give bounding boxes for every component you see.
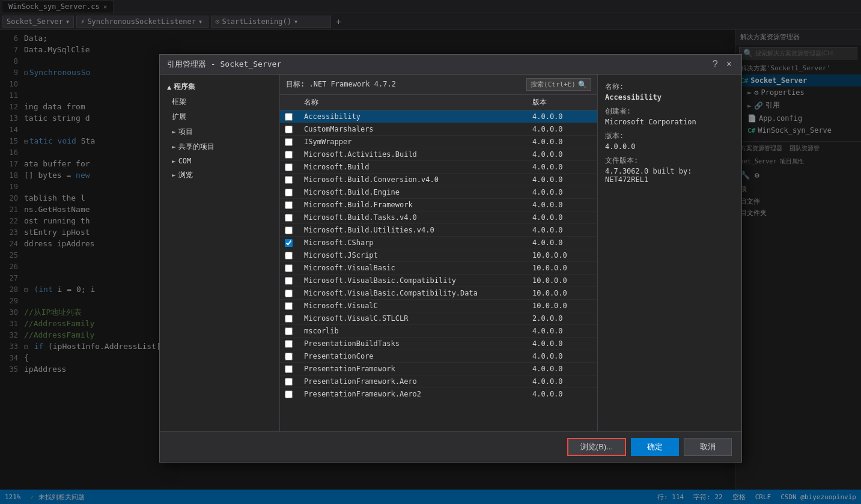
info-creator-label: 创建者: — [605, 106, 734, 117]
ref-check-vb-compat[interactable] — [285, 277, 293, 285]
ref-check-pf-aero[interactable] — [285, 378, 293, 386]
reference-list[interactable]: Accessibility 4.0.0.0 CustomMarshalers 4… — [280, 111, 597, 399]
ref-check-custommarshalers[interactable] — [285, 126, 293, 133]
project-arrow-icon: ► — [172, 128, 176, 136]
ref-row-visualc-stlclr[interactable]: Microsoft.VisualC.STLCLR 2.0.0.0 — [280, 312, 597, 325]
shared-arrow-icon: ► — [172, 143, 176, 151]
ref-row-pf-aero2[interactable]: PresentationFramework.Aero2 4.0.0.0 — [280, 388, 597, 399]
reference-manager-dialog: 引用管理器 - Socket_Server ? × ▲ 程序集 框架 扩展 — [159, 54, 742, 463]
shared-label: 共享的项目 — [178, 142, 214, 152]
ref-check-visualc[interactable] — [285, 302, 293, 310]
dialog-title-buttons: ? × — [710, 58, 734, 70]
ok-button[interactable]: 确定 — [631, 438, 679, 456]
ref-row-csharp[interactable]: Microsoft.CSharp 4.0.0.0 — [280, 237, 597, 249]
info-file-version-label: 文件版本: — [605, 156, 734, 166]
ref-check-ms-build[interactable] — [285, 163, 293, 171]
ref-check-build-framework[interactable] — [285, 201, 293, 209]
ref-check-mscorlib[interactable] — [285, 327, 293, 335]
name-col-header: 名称 — [304, 97, 532, 108]
cancel-button[interactable]: 取消 — [684, 438, 732, 456]
info-file-version-value: 4.7.3062.0 built by: NET472REL1 — [605, 167, 734, 184]
ref-row-pc[interactable]: PresentationCore 4.0.0.0 — [280, 350, 597, 363]
ref-check-pf[interactable] — [285, 365, 293, 373]
info-name-value: Accessibility — [605, 93, 734, 102]
ref-check-pbt[interactable] — [285, 340, 293, 348]
tree-panel: ▲ 程序集 框架 扩展 ► 项目 ► 共享的项目 ► — [160, 74, 280, 431]
ref-row-build-tasks[interactable]: Microsoft.Build.Tasks.v4.0 4.0.0.0 — [280, 211, 597, 224]
dialog-footer: 浏览(B)... 确定 取消 — [160, 431, 741, 462]
framework-label: 框架 — [172, 97, 186, 107]
tree-node-project[interactable]: ► 项目 — [160, 124, 279, 139]
browse-arrow-icon: ► — [172, 171, 176, 179]
tree-node-shared[interactable]: ► 共享的项目 — [160, 139, 279, 154]
dialog-title: 引用管理器 - Socket_Server — [167, 59, 281, 70]
ref-row-pf[interactable]: PresentationFramework 4.0.0.0 — [280, 363, 597, 375]
ref-row-ms-build[interactable]: Microsoft.Build 4.0.0.0 — [280, 161, 597, 174]
dialog-search-icon: 🔍 — [578, 80, 587, 89]
info-version-value: 4.0.0.0 — [605, 142, 734, 151]
ref-check-activities-build[interactable] — [285, 151, 293, 159]
ref-check-vb-compat-data[interactable] — [285, 290, 293, 297]
ref-row-visualc[interactable]: Microsoft.VisualC 10.0.0.0 — [280, 300, 597, 312]
ref-row-pf-aero[interactable]: PresentationFramework.Aero 4.0.0.0 — [280, 375, 597, 388]
ref-row-build-framework[interactable]: Microsoft.Build.Framework 4.0.0.0 — [280, 199, 597, 211]
ref-check-visualc-stlclr[interactable] — [285, 315, 293, 323]
ref-row-vb-compat-data[interactable]: Microsoft.VisualBasic.Compatibility.Data… — [280, 287, 597, 300]
ref-check-build-tasks[interactable] — [285, 214, 293, 222]
info-version-label: 版本: — [605, 131, 734, 141]
ref-check-jscript[interactable] — [285, 252, 293, 260]
tree-header-arrow-icon: ▲ — [167, 83, 171, 91]
tree-node-extension[interactable]: 扩展 — [160, 109, 279, 124]
info-name-label: 名称: — [605, 82, 734, 92]
list-column-headers: 名称 版本 — [280, 95, 597, 111]
ref-row-isymwrapper[interactable]: ISymWrapper 4.0.0.0 — [280, 136, 597, 148]
list-panel: 目标: .NET Framework 4.7.2 搜索(Ctrl+E) 🔍 名称… — [280, 74, 597, 431]
dialog-close-button[interactable]: × — [724, 58, 734, 70]
ref-check-build-engine[interactable] — [285, 189, 293, 196]
dialog-titlebar: 引用管理器 - Socket_Server ? × — [160, 55, 741, 74]
ref-row-jscript[interactable]: Microsoft.JScript 10.0.0.0 — [280, 249, 597, 262]
ref-check-pc[interactable] — [285, 353, 293, 360]
version-col-header: 版本 — [532, 97, 592, 108]
dialog-body: ▲ 程序集 框架 扩展 ► 项目 ► 共享的项目 ► — [160, 74, 741, 431]
ref-check-build-conversion[interactable] — [285, 176, 293, 184]
browse-button[interactable]: 浏览(B)... — [567, 438, 626, 456]
com-label: COM — [178, 157, 192, 165]
info-creator-value: Microsoft Corporation — [605, 118, 734, 126]
ref-row-vb-compat[interactable]: Microsoft.VisualBasic.Compatibility 10.0… — [280, 275, 597, 287]
ref-row-build-utilities[interactable]: Microsoft.Build.Utilities.v4.0 4.0.0.0 — [280, 224, 597, 237]
info-panel: 名称: Accessibility 创建者: Microsoft Corpora… — [597, 74, 741, 431]
search-box[interactable]: 搜索(Ctrl+E) 🔍 — [526, 78, 591, 91]
dialog-search-label: 搜索(Ctrl+E) — [531, 80, 576, 89]
ref-check-build-utilities[interactable] — [285, 226, 293, 234]
ref-check-csharp[interactable] — [285, 239, 293, 247]
tree-node-browse[interactable]: ► 浏览 — [160, 168, 279, 183]
project-label: 项目 — [178, 127, 193, 137]
dialog-help-button[interactable]: ? — [710, 58, 720, 70]
ref-check-accessibility[interactable] — [285, 113, 293, 121]
ref-row-vb[interactable]: Microsoft.VisualBasic 10.0.0.0 — [280, 262, 597, 275]
extension-label: 扩展 — [172, 112, 186, 122]
tree-header: ▲ 程序集 — [160, 79, 279, 94]
ref-check-pf-aero2[interactable] — [285, 390, 293, 398]
ref-row-pbt[interactable]: PresentationBuildTasks 4.0.0.0 — [280, 338, 597, 350]
dialog-overlay: 引用管理器 - Socket_Server ? × ▲ 程序集 框架 扩展 — [0, 0, 861, 504]
ref-row-activities-build[interactable]: Microsoft.Activities.Build 4.0.0.0 — [280, 148, 597, 161]
ref-row-build-conversion[interactable]: Microsoft.Build.Conversion.v4.0 4.0.0.0 — [280, 174, 597, 186]
ref-row-accessibility[interactable]: Accessibility 4.0.0.0 — [280, 111, 597, 123]
target-label: 目标: .NET Framework 4.7.2 — [286, 79, 396, 90]
ref-row-mscorlib[interactable]: mscorlib 4.0.0.0 — [280, 325, 597, 338]
tree-node-com[interactable]: ► COM — [160, 154, 279, 168]
ref-check-isymwrapper[interactable] — [285, 138, 293, 146]
ref-row-build-engine[interactable]: Microsoft.Build.Engine 4.0.0.0 — [280, 186, 597, 199]
browse-label: 浏览 — [178, 170, 193, 180]
tree-node-framework[interactable]: 框架 — [160, 94, 279, 109]
com-arrow-icon: ► — [172, 157, 176, 165]
tree-header-label: 程序集 — [174, 82, 195, 92]
ref-row-custommarshalers[interactable]: CustomMarshalers 4.0.0.0 — [280, 123, 597, 136]
ref-check-vb[interactable] — [285, 264, 293, 272]
